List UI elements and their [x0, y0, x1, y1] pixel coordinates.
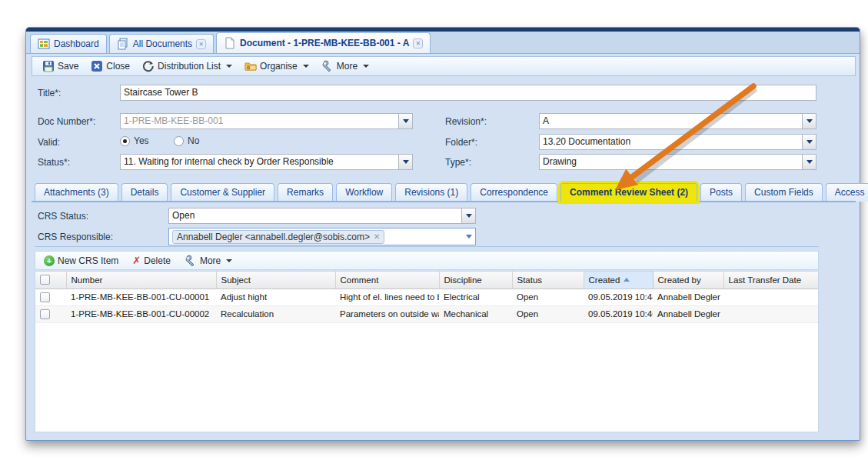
doc-number-dropdown-trigger[interactable] [398, 114, 412, 128]
document-toolbar: Save Close Distribution List Organise Mo… [32, 56, 856, 76]
cell-status: Open [512, 305, 584, 322]
chevron-down-icon [303, 65, 309, 68]
distribution-list-icon [142, 60, 155, 72]
crs-responsible-field[interactable]: Annabell Degler <annabell.degler@sobis.c… [168, 228, 476, 245]
sort-ascending-icon [624, 278, 630, 282]
valid-no-option[interactable]: No [174, 135, 220, 146]
doc-number-combo[interactable]: 1-PRE-MB-KEE-BB-001 [120, 113, 413, 129]
column-header-number[interactable]: Number [66, 272, 216, 289]
tab-comment-review-sheet[interactable]: Comment Review Sheet (2) [560, 183, 697, 202]
close-icon [91, 60, 103, 72]
delete-button[interactable]: ✗ Delete [128, 253, 175, 268]
select-all-checkbox[interactable] [40, 275, 50, 285]
chevron-down-icon[interactable] [466, 235, 472, 239]
tab-dashboard[interactable]: Dashboard [30, 34, 107, 53]
type-label: Type*: [445, 157, 471, 168]
save-icon [42, 60, 55, 72]
type-combo[interactable]: Drawing [539, 154, 816, 170]
save-button[interactable]: Save [38, 58, 82, 74]
revision-combo[interactable]: A [539, 113, 816, 129]
distribution-list-button[interactable]: Distribution List [138, 58, 236, 74]
status-combo[interactable]: 11. Waiting for internal check by Order … [120, 154, 413, 170]
responsible-user-chip[interactable]: Annabell Degler <annabell.degler@sobis.c… [172, 230, 384, 244]
organise-button[interactable]: Organise [241, 58, 313, 74]
column-header-discipline[interactable]: Discipline [439, 272, 512, 289]
cell-created: 09.05.2019 10:44 [584, 289, 653, 305]
row-checkbox[interactable] [40, 292, 50, 302]
cell-created: 09.05.2019 10:46 [584, 305, 653, 322]
tab-attachments[interactable]: Attachments (3) [35, 183, 118, 202]
column-header-subject[interactable]: Subject [216, 272, 335, 289]
tab-custom-fields[interactable]: Custom Fields [745, 183, 823, 202]
crs-status-dropdown-trigger[interactable] [461, 208, 475, 223]
tab-correspondence[interactable]: Correspondence [471, 183, 557, 202]
revision-label: Revision*: [445, 116, 487, 127]
type-value: Drawing [540, 155, 802, 169]
window-tab-bar: Dashboard All Documents ✕ Document - 1-P… [26, 32, 860, 54]
revision-dropdown-trigger[interactable] [802, 114, 816, 128]
valid-radio-group: Yes No [120, 135, 220, 146]
valid-yes-label: Yes [134, 135, 149, 146]
type-dropdown-trigger[interactable] [802, 155, 816, 169]
more-button[interactable]: More [318, 58, 373, 74]
row-checkbox[interactable] [40, 309, 50, 319]
close-button[interactable]: Close [87, 58, 134, 74]
chevron-down-icon [806, 119, 813, 123]
close-tab-icon[interactable]: ✕ [413, 38, 423, 48]
tab-posts[interactable]: Posts [700, 183, 742, 202]
tab-document-active[interactable]: Document - 1-PRE-MB-KEE-BB-001 - A ✕ [216, 32, 431, 53]
tab-all-documents[interactable]: All Documents ✕ [109, 34, 214, 53]
revision-value: A [540, 114, 802, 128]
valid-yes-option[interactable]: Yes [120, 135, 166, 146]
chevron-down-icon [226, 65, 232, 68]
wrench-icon [185, 255, 197, 267]
cell-comment: Parameters on outside wal... [335, 305, 439, 322]
tab-remarks[interactable]: Remarks [278, 183, 333, 202]
chevron-down-icon [363, 65, 369, 68]
column-header-comment[interactable]: Comment [335, 272, 439, 289]
new-crs-item-button[interactable]: + New CRS Item [40, 254, 122, 268]
table-row[interactable]: 1-PRE-MB-KEE-BB-001-CU-00001 Adjust high… [35, 289, 819, 305]
cell-comment: Hight of el. lines need to b... [335, 289, 439, 305]
crs-grid-toolbar: + New CRS Item ✗ Delete More [35, 251, 819, 270]
add-plus-icon: + [44, 255, 55, 266]
tab-customer-supplier[interactable]: Customer & Supplier [171, 183, 274, 202]
cell-created-by: Annabell Degler [653, 289, 723, 305]
tab-revisions[interactable]: Revisions (1) [395, 183, 467, 202]
column-header-last-transfer-date[interactable]: Last Transfer Date [723, 272, 819, 289]
tab-bar-underline [32, 201, 856, 202]
organise-label: Organise [260, 61, 298, 72]
remove-chip-icon[interactable]: ✕ [374, 232, 380, 241]
grid-more-label: More [200, 255, 221, 266]
cell-subject: Adjust hight [216, 289, 335, 305]
crs-status-combo[interactable]: Open [168, 208, 476, 224]
distribution-list-label: Distribution List [158, 61, 221, 72]
tab-workflow[interactable]: Workflow [336, 183, 392, 202]
save-label: Save [58, 61, 78, 72]
chevron-down-icon [226, 259, 232, 262]
delete-x-icon: ✗ [132, 255, 141, 266]
status-label: Status*: [38, 157, 70, 168]
status-dropdown-trigger[interactable] [398, 155, 412, 169]
tab-access[interactable]: Access [826, 183, 868, 202]
column-header-created[interactable]: Created [584, 272, 653, 289]
folder-combo[interactable]: 13.20 Documentation [539, 134, 816, 150]
cell-number: 1-PRE-MB-KEE-BB-001-CU-00002 [66, 305, 216, 322]
column-header-status[interactable]: Status [512, 272, 584, 289]
folder-value: 13.20 Documentation [540, 135, 802, 149]
folder-dropdown-trigger[interactable] [802, 135, 816, 149]
close-tab-icon[interactable]: ✕ [196, 39, 206, 49]
document-page-icon [224, 37, 236, 49]
tab-details[interactable]: Details [121, 183, 168, 202]
table-row[interactable]: 1-PRE-MB-KEE-BB-001-CU-00002 Recalculati… [35, 305, 819, 322]
column-header-created-by[interactable]: Created by [653, 272, 723, 289]
select-all-header[interactable] [35, 272, 66, 289]
grid-more-button[interactable]: More [181, 253, 236, 269]
chevron-down-icon [403, 160, 409, 164]
cell-last-transfer [723, 289, 819, 305]
valid-label: Valid: [38, 137, 60, 148]
doc-number-value: 1-PRE-MB-KEE-BB-001 [121, 114, 398, 128]
status-value: 11. Waiting for internal check by Order … [121, 155, 398, 169]
crs-status-value: Open [169, 208, 461, 223]
title-input[interactable]: Staircase Tower B [120, 85, 816, 101]
